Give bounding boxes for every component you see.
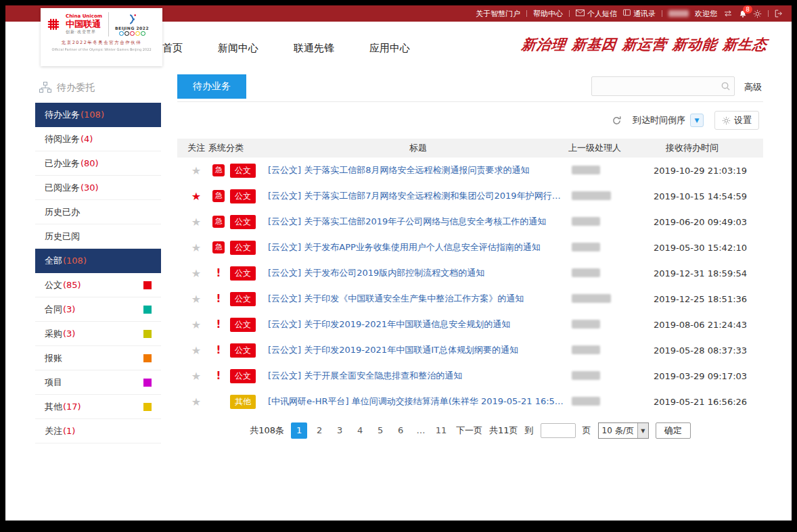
gear-icon[interactable] [753, 9, 762, 18]
sidebar-item[interactable]: 报账 [35, 346, 161, 370]
star-icon[interactable]: ★ [191, 164, 201, 177]
page-button[interactable]: 1 [291, 422, 307, 439]
chevron-down-icon[interactable]: ▼ [690, 114, 704, 127]
sidebar-item[interactable]: 已阅业务 (30) [35, 176, 161, 200]
nav-unicom-pioneer[interactable]: 联通先锋 [294, 42, 334, 55]
item-title-link[interactable]: [云公文] 关于落实工信部7月网络安全远程检测和集团公司2019年护网行动... [268, 190, 568, 202]
nav-home[interactable]: 首页 [162, 42, 183, 55]
search-input[interactable] [592, 81, 716, 91]
item-title-link[interactable]: [云公文] 关于印发《中国联通安全生产集中整治工作方案》的通知 [268, 293, 568, 305]
total-count: 共108条 [250, 425, 284, 437]
sidebar-item[interactable]: 待办业务 (108) [35, 103, 161, 127]
table-row[interactable]: ★ 急 公文 [云公文] 关于落实工信部2019年子公司网络与信息安全考核工作的… [177, 209, 763, 235]
confirm-button[interactable]: 确定 [656, 422, 691, 439]
sidebar-item[interactable]: 关注 (1) [35, 419, 161, 443]
page-button[interactable]: 2 [311, 422, 327, 439]
page-button[interactable]: 4 [352, 422, 368, 439]
item-title-link[interactable]: [云公文] 关于印发2019-2021年中国联通IT总体规划纲要的通知 [268, 344, 568, 356]
star-icon[interactable]: ★ [191, 216, 201, 228]
table-row[interactable]: ★ 急 公文 [云公文] 关于落实工信部8月网络安全远程检测通报问责要求的通知 … [177, 158, 763, 183]
item-title-link[interactable]: [云公文] 关于印发2019-2021年中国联通信息安全规划的通知 [268, 318, 568, 331]
receive-time: 2019-05-21 16:56:26 [650, 397, 758, 407]
divider [526, 10, 527, 17]
table-row[interactable]: ★ ! 公文 [云公文] 关于开展全面安全隐患排查和整治的通知 2019-03-… [177, 363, 763, 389]
urgency-cell: 急 [207, 241, 230, 253]
refresh-icon[interactable] [612, 116, 622, 126]
sidebar-item[interactable]: 项目 [35, 370, 161, 395]
receive-time: 2019-10-15 14:54:59 [650, 191, 758, 201]
page-button[interactable]: 6 [392, 422, 409, 439]
star-icon[interactable]: ★ [191, 293, 201, 306]
receive-time: 2019-12-31 18:59:54 [650, 268, 758, 279]
page-button[interactable]: 3 [332, 422, 348, 439]
item-title-link[interactable]: [云公文] 关于发布公司2019版内部控制流程文档的通知 [268, 267, 568, 279]
settings-button[interactable]: 设置 [714, 111, 759, 130]
topbar-link-contacts[interactable]: 通讯录 [623, 9, 656, 19]
notifications-bell-icon[interactable]: 8 [739, 9, 747, 18]
brand-slogan: 新治理 新基因 新运营 新动能 新生态 [520, 35, 768, 54]
advanced-search-link[interactable]: 高级 [744, 81, 762, 93]
table-row[interactable]: ★ ! 公文 [云公文] 关于印发《中国联通安全生产集中整治工作方案》的通知 2… [177, 286, 763, 312]
star-icon[interactable]: ★ [191, 190, 201, 203]
sidebar-item-label: 待阅业务 [45, 133, 80, 145]
sidebar-item[interactable]: 其他 (17) [35, 395, 161, 419]
receive-time: 2019-05-28 08:37:33 [650, 345, 758, 356]
sidebar-item[interactable]: 待阅业务 (4) [35, 127, 161, 151]
settings-button-label: 设置 [734, 114, 752, 126]
pagination: 共108条 123456…11 下一页 共11页 到 页 10 条/页 ▼ 确定 [177, 422, 763, 439]
category-badge: 公文 [230, 215, 256, 229]
sidebar-item[interactable]: 采购 (3) [35, 322, 161, 346]
main-panel: 待办业务 高级 到达时间倒序 ▼ 设置 关注 系 [177, 70, 763, 439]
star-icon[interactable]: ★ [191, 370, 201, 383]
topbar-link-sms[interactable]: 个人短信 [576, 9, 617, 19]
per-page-value: 10 条/页 [599, 425, 637, 437]
star-icon[interactable]: ★ [191, 318, 201, 331]
tab-todo-business[interactable]: 待办业务 [177, 74, 246, 99]
next-page-button[interactable]: 下一页 [456, 425, 482, 437]
header-handler: 上一级处理人 [568, 142, 650, 154]
goto-page-input[interactable] [541, 423, 576, 438]
star-icon[interactable]: ★ [191, 344, 201, 357]
table-row[interactable]: ★ ! 公文 [云公文] 关于发布公司2019版内部控制流程文档的通知 2019… [177, 260, 763, 286]
sidebar-item[interactable]: 历史已办 [35, 200, 161, 224]
table-row[interactable]: ★ 急 公文 [云公文] 关于发布APP业务收集使用用户个人信息安全评估指南的通… [177, 235, 763, 260]
sidebar-item[interactable]: 已办业务 (80) [35, 151, 161, 176]
switch-account-icon[interactable] [723, 10, 733, 17]
item-title-link[interactable]: [云公文] 关于落实工信部2019年子公司网络与信息安全考核工作的通知 [268, 216, 568, 228]
page-button[interactable]: 11 [433, 422, 449, 439]
sort-dropdown[interactable]: 到达时间倒序 ▼ [633, 114, 704, 127]
search-icon[interactable] [716, 81, 734, 91]
topbar-link-contacts-label: 通讯录 [633, 9, 656, 19]
logout-icon[interactable] [775, 9, 783, 18]
sidebar-item[interactable]: 全部 (108) [35, 249, 161, 273]
topbar-link-sms-label: 个人短信 [587, 9, 617, 19]
star-icon[interactable]: ★ [191, 241, 201, 254]
item-title-link[interactable]: [云公文] 关于开展全面安全隐患排查和整治的通知 [268, 370, 568, 382]
item-title-link[interactable]: [中讯网研e-HR平台] 单位间调动交接结算清单(朱祥华 2019-05-21 … [268, 395, 568, 408]
topbar-link-about[interactable]: 关于智慧门户 [476, 9, 520, 19]
sidebar-item-label: 采购 [45, 328, 62, 340]
table-row[interactable]: ★ ! 公文 [云公文] 关于印发2019-2021年中国联通信息安全规划的通知… [177, 312, 763, 337]
table-row[interactable]: ★ 其他 [中讯网研e-HR平台] 单位间调动交接结算清单(朱祥华 2019-0… [177, 389, 763, 414]
important-mark: ! [217, 318, 221, 331]
star-icon[interactable]: ★ [191, 267, 201, 280]
brand-tagline: 创新·改变世界 [66, 30, 102, 34]
urgent-badge: 急 [212, 164, 225, 176]
header-title: 标题 [268, 142, 568, 154]
sidebar-item[interactable]: 历史已阅 [35, 224, 161, 249]
nav-news-center[interactable]: 新闻中心 [218, 42, 258, 55]
nav-app-center[interactable]: 应用中心 [369, 42, 410, 55]
page-button[interactable]: 5 [372, 422, 388, 439]
table-row[interactable]: ★ 急 公文 [云公文] 关于落实工信部7月网络安全远程检测和集团公司2019年… [177, 183, 763, 209]
sidebar-item-count: (3) [63, 304, 75, 314]
category-color-square [143, 354, 152, 362]
sidebar-item[interactable]: 公文 (85) [35, 273, 161, 297]
sidebar-item[interactable]: 合同 (3) [35, 297, 161, 322]
per-page-select[interactable]: 10 条/页 ▼ [598, 422, 649, 439]
table-row[interactable]: ★ ! 公文 [云公文] 关于印发2019-2021年中国联通IT总体规划纲要的… [177, 337, 763, 363]
topbar-link-help[interactable]: 帮助中心 [533, 9, 563, 19]
sidebar-item-count: (1) [63, 426, 75, 436]
star-icon[interactable]: ★ [191, 395, 201, 408]
item-title-link[interactable]: [云公文] 关于落实工信部8月网络安全远程检测通报问责要求的通知 [268, 164, 568, 176]
item-title-link[interactable]: [云公文] 关于发布APP业务收集使用用户个人信息安全评估指南的通知 [268, 241, 568, 253]
